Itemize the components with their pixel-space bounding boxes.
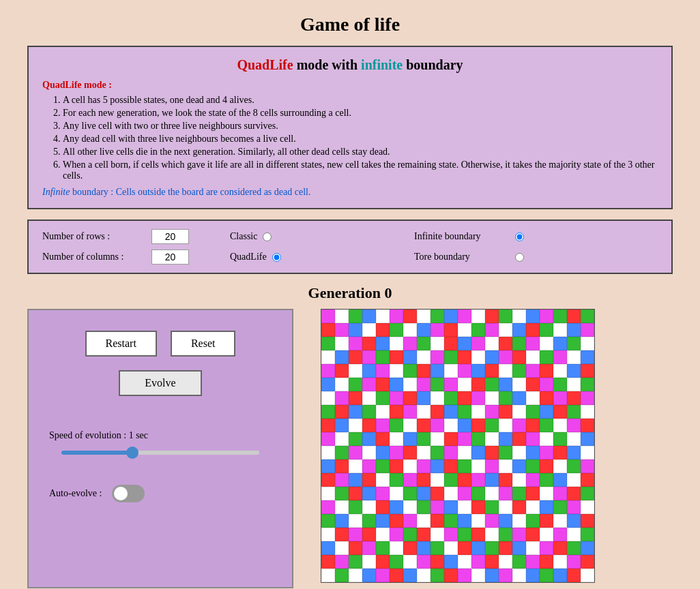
cell[interactable] [499,446,512,459]
cell[interactable] [553,459,567,473]
cell[interactable] [376,432,390,446]
cell[interactable] [403,309,417,323]
cell[interactable] [553,541,567,555]
cell[interactable] [335,487,349,500]
cell[interactable] [458,514,471,528]
cell[interactable] [485,514,499,528]
cell[interactable] [553,405,567,419]
cell[interactable] [444,541,458,555]
cell[interactable] [458,446,471,459]
cell[interactable] [485,337,499,350]
cell[interactable] [376,569,390,582]
cell[interactable] [335,569,349,582]
cell[interactable] [499,569,512,582]
auto-evolve-toggle[interactable] [112,485,145,502]
cell[interactable] [362,500,376,514]
cell[interactable] [390,514,403,528]
cell[interactable] [485,487,499,500]
cell[interactable] [349,473,362,487]
cell[interactable] [512,487,526,500]
cell[interactable] [526,541,540,555]
cell[interactable] [403,337,417,350]
cell[interactable] [553,555,567,569]
cell[interactable] [458,391,471,405]
cell[interactable] [403,364,417,378]
cell[interactable] [458,569,471,582]
cell[interactable] [444,337,458,350]
cell[interactable] [444,419,458,432]
cell[interactable] [376,459,390,473]
restart-button[interactable]: Restart [85,331,157,357]
cell[interactable] [471,405,485,419]
cell[interactable] [321,541,335,555]
cell[interactable] [553,500,567,514]
cell[interactable] [540,514,553,528]
cell[interactable] [335,473,349,487]
cell[interactable] [431,569,444,582]
cell[interactable] [444,309,458,323]
cell[interactable] [376,405,390,419]
cell[interactable] [567,569,581,582]
cell[interactable] [540,473,553,487]
cell[interactable] [499,309,512,323]
cell[interactable] [376,337,390,350]
evolve-button[interactable]: Evolve [119,370,201,396]
cell[interactable] [567,309,581,323]
cell[interactable] [321,419,335,432]
cell[interactable] [417,419,431,432]
cell[interactable] [335,419,349,432]
cell[interactable] [417,446,431,459]
cell[interactable] [553,337,567,350]
cell[interactable] [417,309,431,323]
cell[interactable] [390,569,403,582]
speed-slider[interactable] [61,451,259,455]
cell[interactable] [335,541,349,555]
cell[interactable] [526,323,540,337]
cell[interactable] [349,337,362,350]
cell[interactable] [349,350,362,364]
cell[interactable] [581,514,594,528]
cell[interactable] [362,459,376,473]
cell[interactable] [458,528,471,541]
cell[interactable] [485,555,499,569]
cell[interactable] [540,350,553,364]
cell[interactable] [581,419,594,432]
cell[interactable] [376,391,390,405]
cell[interactable] [403,473,417,487]
cell[interactable] [403,541,417,555]
cell[interactable] [376,446,390,459]
cell[interactable] [390,350,403,364]
cell[interactable] [349,405,362,419]
cell[interactable] [540,391,553,405]
cell[interactable] [512,323,526,337]
cell[interactable] [417,500,431,514]
cell[interactable] [567,528,581,541]
cell[interactable] [581,487,594,500]
cell[interactable] [390,378,403,391]
cell[interactable] [417,473,431,487]
cell[interactable] [321,323,335,337]
cell[interactable] [431,459,444,473]
cell[interactable] [321,500,335,514]
cell[interactable] [362,337,376,350]
cell[interactable] [444,323,458,337]
cell[interactable] [349,309,362,323]
cell[interactable] [403,432,417,446]
cell[interactable] [458,378,471,391]
cell[interactable] [390,459,403,473]
cell[interactable] [581,473,594,487]
cell[interactable] [512,419,526,432]
cell[interactable] [471,378,485,391]
cell[interactable] [417,350,431,364]
cell[interactable] [526,350,540,364]
cell[interactable] [512,500,526,514]
cell[interactable] [471,309,485,323]
cell[interactable] [485,323,499,337]
cell[interactable] [471,528,485,541]
cell[interactable] [417,528,431,541]
cell[interactable] [431,364,444,378]
cell[interactable] [376,514,390,528]
cell[interactable] [526,528,540,541]
cell[interactable] [335,350,349,364]
cell[interactable] [471,487,485,500]
